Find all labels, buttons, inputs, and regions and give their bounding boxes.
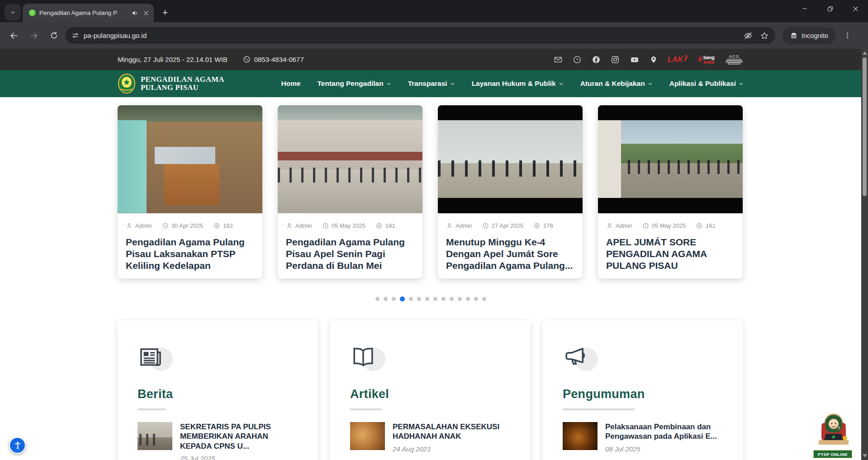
- eye-off-icon[interactable]: [744, 31, 753, 40]
- tab-close-icon[interactable]: [143, 10, 149, 16]
- accessibility-button[interactable]: [9, 437, 26, 454]
- phone-contact[interactable]: 0853-4834-0677: [243, 56, 304, 63]
- open-book-icon: [350, 344, 376, 369]
- ptsp-online-mascot[interactable]: PTSP ONLINE: [813, 410, 854, 452]
- megaphone-icon: [563, 344, 589, 369]
- list-item-title[interactable]: PERMASALAHAN EKSEKUSI HADHANAH ANAK: [393, 422, 514, 441]
- menu-item-home[interactable]: Home: [281, 80, 300, 88]
- news-card[interactable]: Admin 27 Apr 2025 176 Menutup Minggu Ke-…: [438, 105, 583, 278]
- bookmark-star-icon[interactable]: [760, 31, 769, 40]
- window-restore-button[interactable]: [817, 0, 843, 17]
- window-close-button[interactable]: [843, 0, 868, 17]
- ptsp-online-label: PTSP ONLINE: [813, 450, 852, 458]
- browser-tab[interactable]: Pengadilan Agama Pulang P: [23, 4, 154, 22]
- accessibility-person-icon: [13, 441, 23, 451]
- carousel-dot[interactable]: [384, 297, 388, 301]
- menu-item-transparasi[interactable]: Transparasi: [408, 80, 455, 88]
- carousel-dot[interactable]: [425, 297, 429, 301]
- email-icon[interactable]: [554, 55, 563, 64]
- list-item-title[interactable]: SEKRETARIS PA PULPIS MEMBERIKAN ARAHAN K…: [180, 422, 302, 451]
- list-item[interactable]: Pelaksanaan Pembinaan dan Pengawasan pad…: [563, 422, 727, 453]
- clock-icon: [642, 222, 649, 229]
- scrollbar-down-arrow[interactable]: [863, 454, 867, 457]
- carousel-dot[interactable]: [441, 297, 446, 301]
- menu-item-layanan-hukum-publik[interactable]: Layanan Hukum & Publik: [472, 80, 564, 88]
- url-text[interactable]: pa-pulangpisau.go.id: [84, 32, 739, 39]
- tab-title: Pengadilan Agama Pulang P: [39, 9, 117, 16]
- datetime-text: Minggu, 27 Juli 2025 - 22.14.01 WIB: [118, 56, 228, 63]
- browser-toolbar: pa-pulangpisau.go.id Incognito: [0, 22, 868, 49]
- news-card[interactable]: Admin 05 May 2025 181 Pengadilan Agama P…: [278, 105, 422, 278]
- new-tab-button[interactable]: +: [158, 6, 172, 19]
- carousel-dot[interactable]: [450, 297, 454, 301]
- whatsapp-social-icon[interactable]: [573, 55, 582, 64]
- minimize-icon: [802, 5, 808, 12]
- carousel-dot[interactable]: [474, 297, 478, 301]
- list-item[interactable]: PERMASALAHAN EKSEKUSI HADHANAH ANAK 24 A…: [350, 422, 514, 453]
- instagram-icon[interactable]: [611, 55, 620, 64]
- scrollbar-thumb[interactable]: [863, 57, 867, 196]
- section-artikel: Artikel PERMASALAHAN EKSEKUSI HADHANAH A…: [330, 320, 531, 460]
- aco-logo[interactable]: ACO: [725, 54, 744, 65]
- list-item-date: 25 Jul 2025: [180, 455, 302, 460]
- news-card[interactable]: Admin 05 May 2025 161 APEL JUMÁT SORE PE…: [598, 105, 743, 278]
- author-meta: Admin: [446, 222, 472, 229]
- chevron-down-icon: [450, 81, 455, 86]
- carousel-dot[interactable]: [409, 297, 413, 301]
- list-item-date: 08 Jul 2025: [605, 445, 727, 453]
- location-pin-icon[interactable]: [650, 55, 658, 64]
- tab-strip: Pengadilan Agama Pulang P +: [0, 0, 868, 22]
- carousel-dot[interactable]: [433, 297, 437, 301]
- news-card-title[interactable]: Pengadilan Agama Pulang Pisau Apel Senin…: [286, 236, 414, 272]
- forward-button[interactable]: [25, 27, 43, 44]
- carousel-dot[interactable]: [466, 297, 470, 301]
- incognito-label: Incognito: [802, 32, 828, 39]
- carousel-dot[interactable]: [375, 297, 379, 301]
- date-meta: 05 May 2025: [322, 222, 365, 229]
- carousel-dot[interactable]: [417, 297, 421, 301]
- browser-menu-button[interactable]: [840, 28, 855, 43]
- menu-item-tentang-pengadilan[interactable]: Tentang Pengadilan: [318, 80, 391, 88]
- news-card-title[interactable]: APEL JUMÁT SORE PENGADILAN AGAMA PULANG …: [606, 236, 735, 272]
- youtube-icon[interactable]: [630, 55, 640, 64]
- eye-icon: [375, 222, 383, 229]
- list-item[interactable]: SEKRETARIS PA PULPIS MEMBERIKAN ARAHAN K…: [138, 422, 302, 460]
- site-info-icon[interactable]: [71, 32, 79, 39]
- window-minimize-button[interactable]: [792, 0, 817, 17]
- carousel-dot-active[interactable]: [400, 296, 405, 301]
- carousel-dot[interactable]: [482, 297, 486, 301]
- chevron-down-icon: [10, 10, 15, 15]
- news-card-title[interactable]: Pengadilan Agama Pulang Pisau Laksanakan…: [126, 236, 254, 272]
- lak-logo[interactable]: LAK❯: [668, 56, 688, 64]
- author-meta: Admin: [286, 222, 312, 229]
- incognito-badge[interactable]: Incognito: [783, 27, 835, 44]
- menu-item-aplikasi-publikasi[interactable]: Aplikasi & Publikasi: [669, 80, 744, 88]
- carousel-dots: [118, 296, 744, 301]
- scrollbar-up-arrow[interactable]: [863, 52, 867, 55]
- brand-line2: PULANG PISAU: [141, 84, 224, 92]
- section-title-berita: Berita: [138, 387, 302, 401]
- news-card[interactable]: Admin 30 Apr 2025 182 Pengadilan Agama P…: [118, 105, 262, 278]
- carousel-dot[interactable]: [458, 297, 462, 301]
- tab-search-button[interactable]: [5, 4, 21, 20]
- address-bar[interactable]: pa-pulangpisau.go.id: [65, 27, 775, 44]
- aco-podium-icon: [725, 59, 744, 65]
- menu-item-aturan-kebijakan[interactable]: Aturan & Kebijakan: [580, 80, 653, 88]
- reload-button[interactable]: [45, 27, 62, 44]
- close-icon: [852, 5, 859, 12]
- eye-icon: [696, 222, 703, 229]
- browser-window: Pengadilan Agama Pulang P +: [0, 0, 868, 460]
- audio-speaker-icon[interactable]: [131, 9, 138, 17]
- back-button[interactable]: [5, 27, 23, 44]
- chevron-down-icon: [386, 81, 391, 86]
- site-brand[interactable]: PENGADILAN AGAMA PULANG PISAU: [118, 73, 224, 94]
- news-card-title[interactable]: Menutup Minggu Ke-4 Dengan Apel Jumát So…: [446, 236, 574, 272]
- whatsapp-icon: [243, 56, 251, 63]
- list-item-title[interactable]: Pelaksanaan Pembinaan dan Pengawasan pad…: [605, 422, 727, 441]
- facebook-icon[interactable]: [592, 55, 601, 64]
- page-scrollbar[interactable]: [861, 49, 868, 460]
- carousel-dot[interactable]: [392, 297, 396, 301]
- eye-icon: [213, 222, 220, 229]
- bangmela-logo[interactable]: # bangmela: [698, 55, 715, 64]
- news-card-image: [598, 105, 743, 213]
